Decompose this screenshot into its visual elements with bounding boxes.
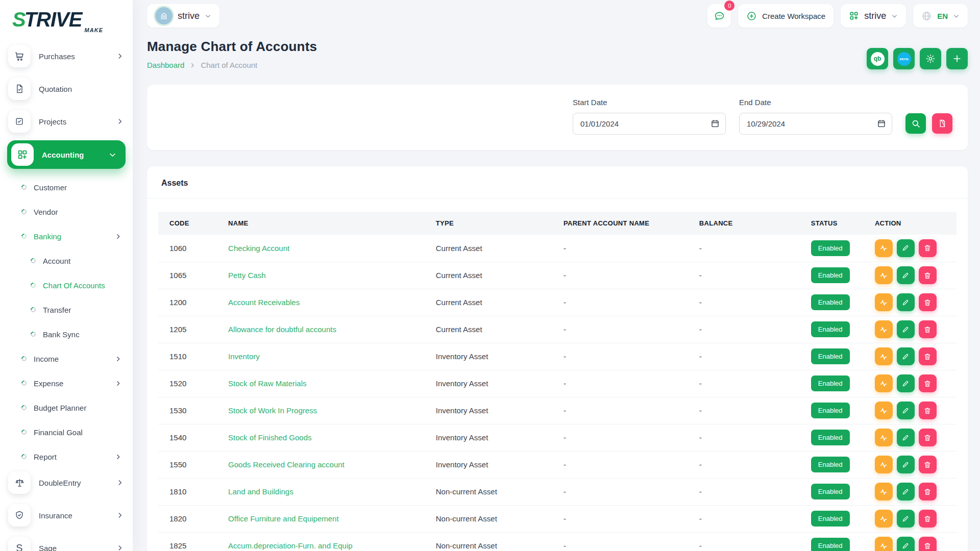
- edit-button[interactable]: [897, 347, 915, 365]
- sidebar-item-projects[interactable]: Projects: [0, 108, 133, 135]
- status-badge[interactable]: Enabled: [811, 321, 850, 337]
- sidebar-item-account[interactable]: Account: [0, 248, 133, 273]
- add-account-button[interactable]: [946, 48, 968, 69]
- activity-button[interactable]: [875, 456, 893, 473]
- account-name-link[interactable]: Stock of Raw Materials: [228, 379, 306, 388]
- edit-button[interactable]: [897, 320, 915, 338]
- account-name-link[interactable]: Office Furniture and Equipement: [228, 514, 339, 523]
- account-name-link[interactable]: Accum.depreciation-Furn. and Equip: [228, 541, 352, 550]
- workspace-menu[interactable]: strive: [841, 4, 906, 28]
- delete-button[interactable]: [919, 320, 937, 338]
- activity-button[interactable]: [875, 293, 893, 311]
- account-name-link[interactable]: Stock of Work In Progress: [228, 406, 317, 415]
- edit-button[interactable]: [897, 510, 915, 528]
- language-selector[interactable]: EN: [913, 4, 968, 28]
- delete-button[interactable]: [919, 266, 937, 284]
- edit-button[interactable]: [897, 402, 915, 419]
- account-name-link[interactable]: Petty Cash: [228, 271, 265, 280]
- account-name-link[interactable]: Goods Received Clearing account: [228, 460, 345, 469]
- quickbooks-button[interactable]: qb: [867, 48, 888, 69]
- edit-button[interactable]: [897, 537, 915, 551]
- account-name-link[interactable]: Account Receivables: [228, 298, 300, 307]
- account-name-link[interactable]: Inventory: [228, 352, 260, 361]
- delete-button[interactable]: [919, 456, 937, 473]
- edit-button[interactable]: [897, 483, 915, 500]
- account-name-link[interactable]: Checking Account: [228, 244, 289, 253]
- edit-button[interactable]: [897, 456, 915, 473]
- activity-button[interactable]: [875, 429, 893, 446]
- account-balance: -: [693, 532, 805, 551]
- delete-button[interactable]: [919, 374, 937, 392]
- status-badge[interactable]: Enabled: [811, 294, 850, 310]
- activity-button[interactable]: [875, 483, 893, 500]
- sidebar-item-report[interactable]: Report: [0, 444, 133, 469]
- sidebar-item-banking[interactable]: Banking: [0, 224, 133, 248]
- sidebar-item-label: DoubleEntry: [39, 479, 81, 487]
- workspace-selector[interactable]: strive: [147, 4, 219, 28]
- status-badge[interactable]: Enabled: [811, 457, 850, 472]
- chevron-down-icon: [205, 13, 211, 19]
- sidebar-item-sage[interactable]: S Sage: [0, 534, 133, 551]
- status-badge[interactable]: Enabled: [811, 240, 850, 256]
- activity-button[interactable]: [875, 510, 893, 528]
- edit-button[interactable]: [897, 266, 915, 284]
- edit-button[interactable]: [897, 429, 915, 446]
- status-badge[interactable]: Enabled: [811, 267, 850, 283]
- messages-button[interactable]: 0: [707, 4, 731, 28]
- status-badge[interactable]: Enabled: [811, 430, 850, 445]
- activity-button[interactable]: [875, 374, 893, 392]
- edit-button[interactable]: [897, 239, 915, 257]
- settings-button[interactable]: [920, 48, 941, 69]
- account-name-link[interactable]: Stock of Finished Goods: [228, 433, 311, 442]
- activity-button[interactable]: [875, 402, 893, 419]
- app-logo[interactable]: STRIVE MAKE: [0, 6, 133, 33]
- calendar-icon[interactable]: [877, 119, 886, 128]
- sidebar-item-doubleentry[interactable]: DoubleEntry: [0, 469, 133, 496]
- activity-button[interactable]: [875, 239, 893, 257]
- breadcrumb-dashboard-link[interactable]: Dashboard: [147, 61, 184, 69]
- account-code: 1825: [158, 532, 222, 551]
- activity-button[interactable]: [875, 266, 893, 284]
- activity-button[interactable]: [875, 537, 893, 551]
- status-badge[interactable]: Enabled: [811, 403, 850, 418]
- status-badge[interactable]: Enabled: [811, 511, 850, 527]
- calendar-icon[interactable]: [710, 119, 720, 128]
- edit-button[interactable]: [897, 293, 915, 311]
- xero-button[interactable]: xero: [893, 48, 915, 69]
- create-workspace-button[interactable]: Create Workspace: [738, 4, 834, 28]
- delete-button[interactable]: [919, 483, 937, 500]
- sidebar-item-customer[interactable]: Customer: [0, 175, 133, 199]
- delete-button[interactable]: [919, 537, 937, 551]
- activity-button[interactable]: [875, 320, 893, 338]
- sidebar-item-bank-sync[interactable]: Bank Sync: [0, 322, 133, 346]
- sidebar-item-financial-goal[interactable]: Financial Goal: [0, 420, 133, 444]
- delete-button[interactable]: [919, 402, 937, 419]
- reset-filter-button[interactable]: [932, 113, 952, 134]
- delete-button[interactable]: [919, 510, 937, 528]
- status-badge[interactable]: Enabled: [811, 538, 850, 551]
- delete-button[interactable]: [919, 429, 937, 446]
- status-badge[interactable]: Enabled: [811, 484, 850, 499]
- sidebar-item-purchases[interactable]: Purchases: [0, 42, 133, 70]
- delete-button[interactable]: [919, 239, 937, 257]
- sidebar-item-income[interactable]: Income: [0, 346, 133, 371]
- sidebar-item-transfer[interactable]: Transfer: [0, 297, 133, 322]
- account-name-link[interactable]: Allowance for doubtful accounts: [228, 325, 336, 334]
- status-badge[interactable]: Enabled: [811, 375, 850, 391]
- end-date-input[interactable]: [739, 113, 892, 135]
- status-badge[interactable]: Enabled: [811, 348, 850, 364]
- sidebar-item-budget-planner[interactable]: Budget Planner: [0, 395, 133, 420]
- delete-button[interactable]: [919, 293, 937, 311]
- sidebar-item-vendor[interactable]: Vendor: [0, 199, 133, 224]
- apply-filter-button[interactable]: [905, 113, 926, 134]
- sidebar-item-insurance[interactable]: Insurance: [0, 502, 133, 529]
- sidebar-item-accounting[interactable]: Accounting: [7, 140, 126, 169]
- start-date-input[interactable]: [573, 113, 726, 135]
- edit-button[interactable]: [897, 374, 915, 392]
- sidebar-item-chart-of-accounts[interactable]: Chart Of Accounts: [0, 273, 133, 297]
- account-name-link[interactable]: Land and Buildings: [228, 487, 293, 496]
- sidebar-item-expense[interactable]: Expense: [0, 371, 133, 395]
- sidebar-item-quotation[interactable]: Quotation: [0, 75, 133, 103]
- activity-button[interactable]: [875, 347, 893, 365]
- delete-button[interactable]: [919, 347, 937, 365]
